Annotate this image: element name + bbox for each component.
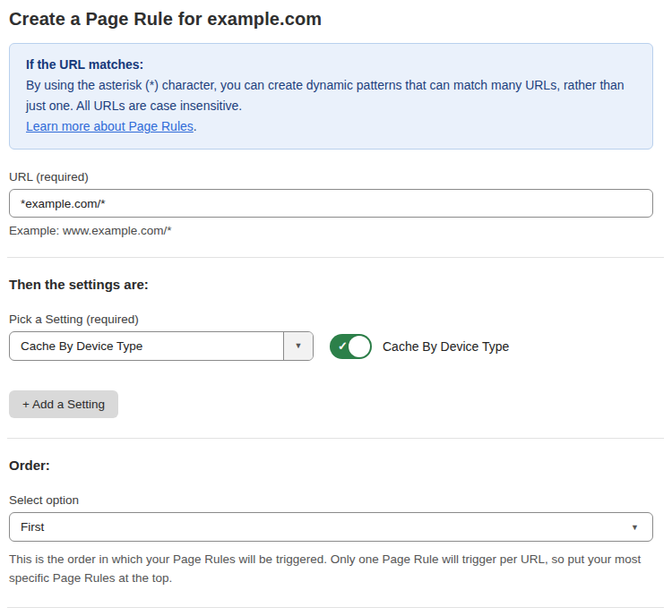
info-box-body: By using the asterisk (*) character, you… xyxy=(26,75,636,137)
add-setting-button[interactable]: + Add a Setting xyxy=(9,390,118,418)
url-input[interactable] xyxy=(9,189,653,218)
order-select-value: First xyxy=(21,520,44,534)
link-period: . xyxy=(194,119,197,133)
info-box-heading: If the URL matches: xyxy=(26,55,636,75)
toggle-label: Cache By Device Type xyxy=(383,339,509,354)
cache-by-device-type-toggle[interactable]: ✓ xyxy=(330,334,372,359)
order-section-heading: Order: xyxy=(9,458,653,473)
setting-select-value: Cache By Device Type xyxy=(10,332,283,360)
info-box-body-text: By using the asterisk (*) character, you… xyxy=(26,78,625,113)
page-title: Create a Page Rule for example.com xyxy=(9,9,653,30)
toggle-knob xyxy=(349,336,370,357)
chevron-down-icon: ▼ xyxy=(631,524,639,532)
page-rule-form: Create a Page Rule for example.com If th… xyxy=(0,0,672,616)
order-select[interactable]: First ▼ xyxy=(9,512,653,542)
learn-more-link[interactable]: Learn more about Page Rules xyxy=(26,119,194,133)
setting-row: Cache By Device Type ▼ ✓ Cache By Device… xyxy=(9,331,653,361)
order-select-label: Select option xyxy=(9,493,653,507)
setting-select[interactable]: Cache By Device Type ▼ xyxy=(9,331,314,361)
settings-section-heading: Then the settings are: xyxy=(9,277,653,292)
divider xyxy=(7,257,664,258)
order-helper-text: This is the order in which your Page Rul… xyxy=(9,550,653,587)
pick-setting-label: Pick a Setting (required) xyxy=(9,312,653,326)
divider xyxy=(7,607,664,608)
setting-select-arrow-button[interactable]: ▼ xyxy=(283,332,313,360)
check-icon: ✓ xyxy=(338,339,348,354)
url-matches-info-box: If the URL matches: By using the asteris… xyxy=(9,43,653,150)
divider xyxy=(7,438,664,439)
url-example-helper: Example: www.example.com/* xyxy=(9,224,653,237)
chevron-down-icon: ▼ xyxy=(295,342,303,350)
url-field-label: URL (required) xyxy=(9,170,653,184)
